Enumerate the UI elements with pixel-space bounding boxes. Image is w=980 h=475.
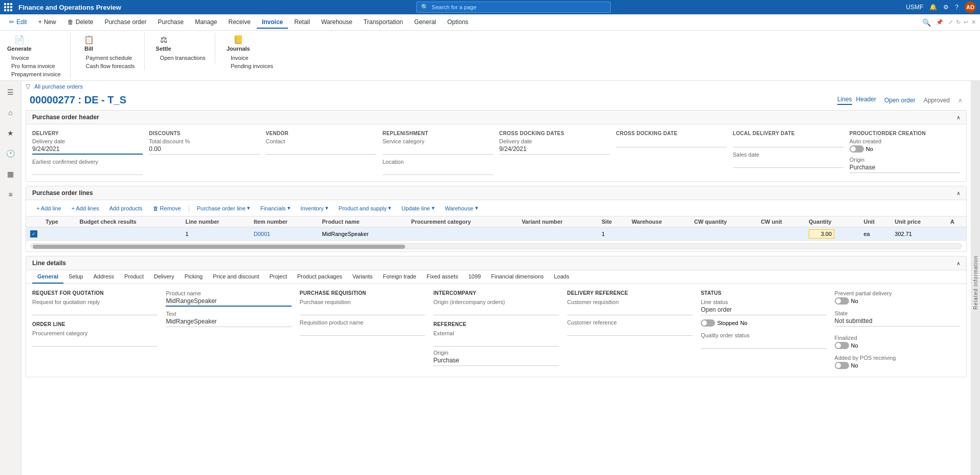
col-site[interactable]: Site bbox=[597, 217, 628, 227]
customer-ref-value[interactable] bbox=[567, 327, 693, 336]
detail-tab-product[interactable]: Product bbox=[119, 270, 149, 284]
horizontal-scrollbar[interactable] bbox=[30, 243, 962, 249]
sidebar-home-icon[interactable]: ⌂ bbox=[4, 105, 18, 120]
detail-tab-delivery[interactable]: Delivery bbox=[149, 270, 180, 284]
row-item-number[interactable]: D0001 bbox=[250, 227, 318, 241]
detail-tab-setup[interactable]: Setup bbox=[63, 270, 88, 284]
refresh-icon[interactable]: ↻ bbox=[956, 19, 961, 26]
total-discount-value[interactable]: 0.00 bbox=[149, 145, 259, 155]
product-supply-btn[interactable]: Product and supply ▾ bbox=[335, 203, 395, 213]
undo-icon[interactable]: ↩ bbox=[964, 19, 968, 26]
col-product-name[interactable]: Product name bbox=[318, 217, 407, 227]
avatar[interactable]: AD bbox=[965, 2, 976, 13]
notification-icon[interactable]: 🔔 bbox=[929, 4, 937, 11]
local-delivery-value[interactable] bbox=[733, 138, 843, 147]
ribbon-tab-edit[interactable]: ✏ Edit bbox=[4, 16, 32, 29]
ribbon-tab-purchase[interactable]: Purchase bbox=[152, 16, 189, 29]
view-tab-lines[interactable]: Lines bbox=[837, 96, 852, 105]
purchase-order-line-btn[interactable]: Purchase order line ▾ bbox=[193, 203, 254, 213]
ribbon-tab-manage[interactable]: Manage bbox=[190, 16, 222, 29]
ribbon-btn-settle[interactable]: ⚖ Settle bbox=[153, 33, 174, 54]
remove-btn[interactable]: 🗑 Remove bbox=[149, 204, 185, 213]
col-quantity[interactable]: Quantity bbox=[805, 217, 859, 227]
col-cw-unit[interactable]: CW unit bbox=[756, 217, 805, 227]
customer-req-value[interactable] bbox=[567, 306, 693, 315]
product-name-value[interactable]: MidRangeSpeaker bbox=[166, 297, 291, 307]
sidebar-right[interactable]: Related information bbox=[971, 81, 980, 475]
col-item-number[interactable]: Item number bbox=[250, 217, 318, 227]
detail-tab-variants[interactable]: Variants bbox=[347, 270, 378, 284]
delivery-date[interactable]: 9/24/2021 bbox=[32, 145, 143, 155]
ribbon-tab-receive[interactable]: Receive bbox=[224, 16, 256, 29]
line-details-collapse[interactable]: ∧ bbox=[956, 261, 960, 266]
col-warehouse[interactable]: Warehouse bbox=[628, 217, 690, 227]
close-window-icon[interactable]: ✕ bbox=[971, 19, 976, 26]
ribbon-btn-pending-invoices[interactable]: Pending invoices bbox=[228, 62, 276, 70]
search-box[interactable]: 🔍 Search for a page bbox=[416, 2, 611, 13]
ribbon-tab-new[interactable]: + New bbox=[33, 16, 61, 29]
add-line-btn[interactable]: + Add line bbox=[32, 204, 65, 213]
search-ribbon-icon[interactable]: 🔍 bbox=[922, 18, 931, 27]
sidebar-favorites-icon[interactable]: ★ bbox=[4, 126, 18, 140]
rfq-reply-value[interactable] bbox=[32, 306, 158, 315]
detail-tab-packages[interactable]: Product packages bbox=[292, 270, 347, 284]
col-procurement[interactable]: Procurement category bbox=[407, 217, 518, 227]
external-value[interactable] bbox=[433, 337, 559, 347]
col-a[interactable]: A bbox=[946, 217, 966, 227]
table-row[interactable]: ✓ 1 D0001 MidRangeSpeaker 1 bbox=[26, 227, 966, 241]
ribbon-tab-invoice[interactable]: Invoice bbox=[257, 16, 288, 29]
row-checkbox[interactable]: ✓ bbox=[30, 230, 37, 238]
detail-tab-picking[interactable]: Picking bbox=[180, 270, 208, 284]
update-line-btn[interactable]: Update line ▾ bbox=[397, 203, 439, 213]
ribbon-btn-invoice[interactable]: Invoice bbox=[8, 54, 64, 62]
detail-tab-general[interactable]: General bbox=[32, 270, 63, 284]
procurement-cat-value[interactable] bbox=[32, 337, 158, 347]
breadcrumb[interactable]: All purchase orders bbox=[34, 83, 83, 90]
app-grid-icon[interactable] bbox=[4, 3, 12, 11]
ribbon-tab-purchase-order[interactable]: Purchase order bbox=[99, 16, 151, 29]
ribbon-tab-retail[interactable]: Retail bbox=[289, 16, 315, 29]
po-header-collapse[interactable]: ∧ bbox=[956, 115, 960, 120]
sales-date-value[interactable] bbox=[733, 159, 843, 168]
row-quantity-input[interactable] bbox=[809, 229, 834, 239]
detail-tab-financial[interactable]: Financial dimensions bbox=[486, 270, 549, 284]
ribbon-btn-proforma[interactable]: Pro forma invoice bbox=[8, 62, 64, 70]
help-icon[interactable]: ? bbox=[955, 4, 959, 11]
detail-tab-loads[interactable]: Loads bbox=[549, 270, 574, 284]
req-value[interactable] bbox=[300, 306, 425, 315]
detail-tab-fixed[interactable]: Fixed assets bbox=[421, 270, 463, 284]
ribbon-tab-transportation[interactable]: Transportation bbox=[359, 16, 408, 29]
sidebar-workspaces-icon[interactable]: ▦ bbox=[4, 167, 18, 181]
financials-btn[interactable]: Financials ▾ bbox=[256, 203, 295, 213]
service-value[interactable] bbox=[383, 145, 493, 155]
state-value[interactable]: Not submitted bbox=[835, 317, 960, 327]
contact-value[interactable] bbox=[266, 145, 376, 155]
sidebar-modules-icon[interactable]: ≡ bbox=[4, 187, 18, 202]
col-cw-qty[interactable]: CW quantity bbox=[690, 217, 756, 227]
filter-icon[interactable]: ▽ bbox=[26, 83, 30, 90]
added-by-pos-toggle[interactable]: No bbox=[835, 362, 858, 369]
pin-icon[interactable]: 📌 bbox=[936, 19, 943, 26]
col-unit-price[interactable]: Unit price bbox=[890, 217, 946, 227]
detail-tab-foreign[interactable]: Foreign trade bbox=[378, 270, 421, 284]
sidebar-filter-icon[interactable]: ☰ bbox=[4, 85, 18, 99]
detail-tab-address[interactable]: Address bbox=[88, 270, 119, 284]
col-budget[interactable]: Budget check results bbox=[75, 217, 181, 227]
collapse-section-icon[interactable]: ∧ bbox=[958, 97, 963, 104]
quality-value[interactable] bbox=[701, 339, 826, 349]
finalized-toggle[interactable]: No bbox=[835, 342, 858, 349]
sidebar-recent-icon[interactable]: 🕐 bbox=[4, 146, 18, 161]
detail-tab-1099[interactable]: 1099 bbox=[463, 270, 486, 284]
maximize-icon[interactable]: ⤢ bbox=[948, 19, 953, 26]
earliest-delivery[interactable] bbox=[32, 166, 143, 175]
detail-tab-project[interactable]: Project bbox=[264, 270, 292, 284]
ribbon-btn-payment-schedule[interactable]: Payment schedule bbox=[83, 54, 138, 62]
po-lines-collapse[interactable]: ∧ bbox=[956, 190, 960, 196]
col-type[interactable]: Type bbox=[41, 217, 75, 227]
cd-date-value[interactable] bbox=[616, 138, 726, 147]
ribbon-btn-open-transactions[interactable]: Open transactions bbox=[157, 54, 209, 62]
col-unit[interactable]: Unit bbox=[859, 217, 890, 227]
cd-delivery-value[interactable]: 9/24/2021 bbox=[499, 145, 610, 155]
ribbon-btn-prepayment[interactable]: Prepayment invoice bbox=[8, 70, 64, 78]
origin-value[interactable]: Purchase bbox=[850, 164, 960, 173]
